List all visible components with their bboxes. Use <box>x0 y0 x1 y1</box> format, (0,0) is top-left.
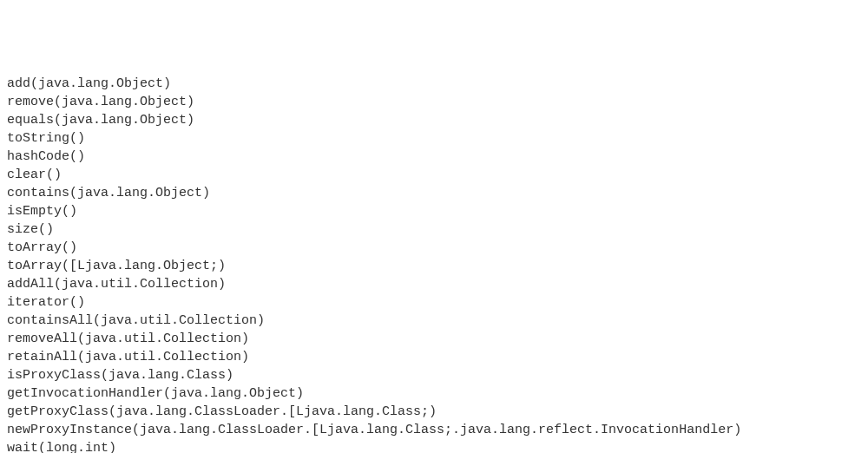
method-signature: isEmpty() <box>7 202 861 220</box>
method-signature: hashCode() <box>7 148 861 166</box>
method-signature: toArray([Ljava.lang.Object;) <box>7 257 861 275</box>
method-signature: add(java.lang.Object) <box>7 75 861 93</box>
method-signature: toArray() <box>7 239 861 257</box>
method-signature: remove(java.lang.Object) <box>7 93 861 111</box>
method-signature: getInvocationHandler(java.lang.Object) <box>7 384 861 403</box>
method-signature: getProxyClass(java.lang.ClassLoader.[Lja… <box>7 403 861 421</box>
method-signature: contains(java.lang.Object) <box>7 184 861 202</box>
method-signature: addAll(java.util.Collection) <box>7 275 861 293</box>
method-signature: removeAll(java.util.Collection) <box>7 330 861 348</box>
method-signature: containsAll(java.util.Collection) <box>7 312 861 330</box>
method-signature: clear() <box>7 166 861 184</box>
method-signature: isProxyClass(java.lang.Class) <box>7 366 861 384</box>
method-signature: equals(java.lang.Object) <box>7 111 861 129</box>
method-list: add(java.lang.Object)remove(java.lang.Ob… <box>7 75 861 453</box>
method-signature: toString() <box>7 129 861 148</box>
method-signature: size() <box>7 220 861 239</box>
method-signature: wait(long.int) <box>7 439 861 453</box>
method-signature: iterator() <box>7 293 861 312</box>
method-signature: retainAll(java.util.Collection) <box>7 348 861 366</box>
method-signature: newProxyInstance(java.lang.ClassLoader.[… <box>7 421 861 439</box>
